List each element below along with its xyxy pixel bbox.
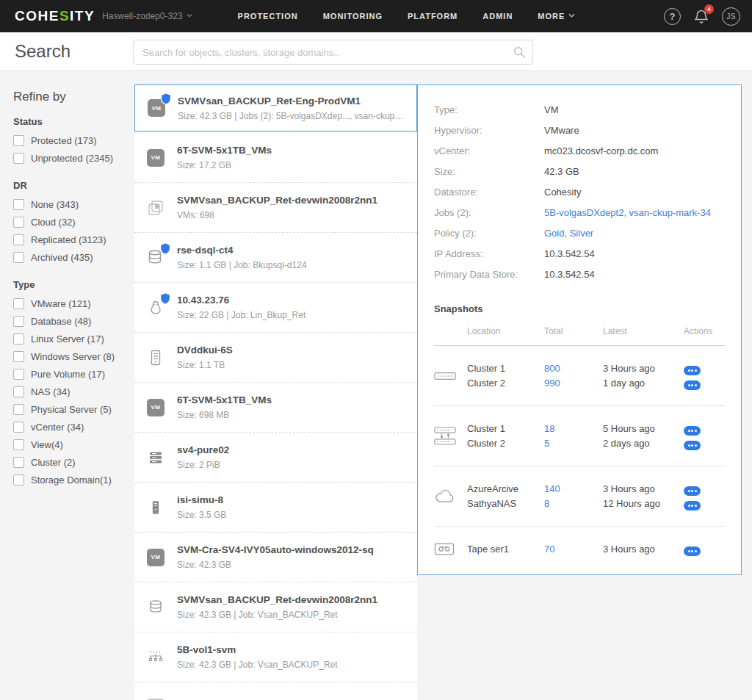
- snapshot-total-link[interactable]: 5: [544, 436, 603, 450]
- filter-replicated[interactable]: Replicated (3123): [13, 234, 132, 245]
- actions-menu-button[interactable]: [684, 366, 701, 375]
- result-subtitle: Size: 22 GB | Job: Lin_Bkup_Ret: [177, 310, 306, 320]
- filter-linux-server[interactable]: Linux Server (17): [13, 333, 132, 344]
- snapshot-latest: 5 Hours ago: [603, 422, 684, 436]
- result-text: rse-dsql-ct4 Size: 1.1 GB | Job: Bkupsql…: [177, 245, 307, 270]
- result-item[interactable]: rse-dsql-ct4 Size: 1.1 GB | Job: Bkupsql…: [134, 233, 417, 283]
- result-item[interactable]: VM 6T-SVM-5x1TB_VMs Size: 698 MB: [134, 383, 417, 433]
- search-results-list: VM SVMVsan_BACKUP_Ret-Eng-ProdVM1 Size: …: [134, 84, 417, 700]
- vm-icon: VM: [147, 149, 164, 167]
- checkbox[interactable]: [13, 153, 24, 164]
- result-item[interactable]: sv4-pure02 Size: 2 PiB: [134, 433, 417, 483]
- result-item[interactable]: 10.43.23.76 Size: 22 GB | Job: Lin_Bkup_…: [134, 283, 417, 333]
- checkbox[interactable]: [13, 135, 24, 146]
- vm-icon: VM: [146, 548, 165, 567]
- checkbox[interactable]: [13, 369, 24, 380]
- filter-storage-domain[interactable]: Storage Domain(1): [13, 475, 132, 486]
- result-subtitle: Size: 42.3 GB: [177, 560, 374, 570]
- result-title: isi-simu-8: [177, 494, 226, 505]
- snapshot-location: Tape ser1: [467, 542, 544, 556]
- pure-volume-icon: [146, 448, 165, 467]
- menu-protection[interactable]: PROTECTION: [238, 12, 298, 21]
- filter-database[interactable]: Database (48): [13, 316, 132, 327]
- snapshot-total-link[interactable]: 990: [544, 376, 603, 390]
- snapshot-group-replicated: Cluster 1 18 5 Hours ago Cluster 2 5 2 d…: [434, 406, 725, 466]
- result-subtitle: Size: 42.3 GB | Job: Vsan_BACKUP_Ret: [177, 610, 377, 620]
- result-title: SVMVsan_BACKUP_Ret-Eng-ProdVM1: [178, 95, 405, 107]
- checkbox[interactable]: [13, 217, 24, 228]
- checkbox[interactable]: [13, 475, 24, 486]
- checkbox[interactable]: [13, 234, 24, 245]
- policy-links[interactable]: Gold, Silver: [544, 228, 593, 239]
- filter-cloud[interactable]: Cloud (32): [13, 217, 132, 228]
- actions-menu-button[interactable]: [684, 441, 701, 450]
- result-item[interactable]: VM 6T-SVM-5x1TB_VMs Size: 17.2 GB: [134, 133, 417, 183]
- filter-protected[interactable]: Protected (173): [13, 135, 132, 146]
- snapshot-total-link[interactable]: 8: [544, 497, 603, 510]
- menu-more[interactable]: MORE: [538, 12, 574, 21]
- result-title: 10.43.23.76: [177, 295, 306, 306]
- help-icon[interactable]: ?: [664, 8, 681, 25]
- checkbox[interactable]: [13, 252, 24, 263]
- actions-menu-button[interactable]: [684, 380, 701, 390]
- snapshot-total-link[interactable]: 70: [544, 542, 603, 556]
- actions-menu-button[interactable]: [684, 426, 701, 436]
- filter-vmware[interactable]: VMware (121): [13, 298, 132, 309]
- menu-platform[interactable]: PLATFORM: [408, 12, 458, 21]
- snapshots-title: Snapshots: [434, 303, 725, 314]
- result-item[interactable]: VM SVM-Cra-SV4-IVY05auto-windows2012-sq …: [134, 533, 417, 582]
- checkbox[interactable]: [13, 404, 24, 415]
- filter-pure-volume[interactable]: Pure Volume (17): [13, 369, 132, 380]
- menu-admin[interactable]: ADMIN: [482, 12, 513, 21]
- checkbox[interactable]: [13, 422, 24, 433]
- snapshot-actions: [684, 422, 725, 436]
- filter-unprotected[interactable]: Unprotected (2345): [13, 153, 132, 164]
- filter-label: Storage Domain(1): [31, 475, 112, 486]
- filter-label: View(4): [31, 439, 63, 450]
- jobs-links[interactable]: 5B-volgasDXdept2, vsan-ckup-mark-34: [544, 208, 711, 218]
- filter-vcenter[interactable]: vCenter (34): [13, 422, 132, 433]
- snapshot-actions: [684, 436, 725, 450]
- checkbox[interactable]: [13, 457, 24, 468]
- result-item[interactable]: isi-simu-8 Size: 3.5 GB: [134, 483, 417, 533]
- shield-icon: [160, 93, 172, 105]
- snapshot-total-link[interactable]: 18: [544, 422, 603, 436]
- actions-menu-button[interactable]: [684, 501, 701, 510]
- search-input[interactable]: [133, 40, 533, 65]
- checkbox[interactable]: [13, 199, 24, 210]
- snapshot-group-local: Cluster 1 800 3 Hours ago Cluster 2 990 …: [434, 346, 725, 406]
- checkbox[interactable]: [13, 333, 24, 344]
- field-label: vCenter:: [434, 146, 544, 156]
- filter-label: Database (48): [31, 316, 91, 327]
- snapshot-total-link[interactable]: 800: [544, 361, 603, 375]
- checkbox[interactable]: [13, 439, 24, 450]
- notifications-button[interactable]: 4: [693, 7, 710, 25]
- checkbox[interactable]: [13, 316, 24, 327]
- result-item-selected[interactable]: VM SVMVsan_BACKUP_Ret-Eng-ProdVM1 Size: …: [134, 84, 417, 131]
- snapshot-total-link[interactable]: 140: [544, 482, 603, 496]
- search-icon[interactable]: [513, 46, 526, 59]
- result-item[interactable]: 5B-vol1-svm Size: 42.3 GB | Job: Vsan_BA…: [134, 632, 417, 682]
- page-title: Search: [15, 41, 70, 62]
- filter-physical-server[interactable]: Physical Server (5): [13, 404, 132, 415]
- field-label: Policy (2):: [434, 228, 544, 239]
- filter-archived[interactable]: Archived (435): [13, 252, 132, 263]
- filter-none[interactable]: None (343): [13, 199, 132, 210]
- result-item[interactable]: SVMVsan_BACKUP_Ret-devwin2008r2nn1 VMs: …: [134, 183, 417, 233]
- cluster-selector[interactable]: Haswell-zodep0-323: [102, 11, 192, 21]
- user-avatar[interactable]: JS: [722, 7, 740, 26]
- cohesity-logo[interactable]: COHESITY: [15, 8, 95, 24]
- filter-windows-server[interactable]: Windows Server (8): [13, 351, 132, 362]
- result-item[interactable]: SVMVsan_BACKUP_Ret-devwin2008r2nn1 Size:…: [134, 582, 417, 632]
- checkbox[interactable]: [13, 351, 24, 362]
- result-item[interactable]: DVddkui-6S Size: 1.1 TB: [134, 333, 417, 383]
- filter-cluster[interactable]: Cluster (2): [13, 457, 132, 468]
- actions-menu-button[interactable]: [684, 486, 701, 496]
- filter-view[interactable]: View(4): [13, 439, 132, 450]
- filter-nas[interactable]: NAS (34): [13, 386, 132, 397]
- menu-monitoring[interactable]: MONITORING: [323, 12, 383, 21]
- checkbox[interactable]: [13, 386, 24, 397]
- result-item[interactable]: VM SVM-Cra-SV4-IVY05auto-windows2012-sq: [134, 682, 417, 700]
- actions-menu-button[interactable]: [684, 546, 701, 556]
- checkbox[interactable]: [13, 298, 24, 309]
